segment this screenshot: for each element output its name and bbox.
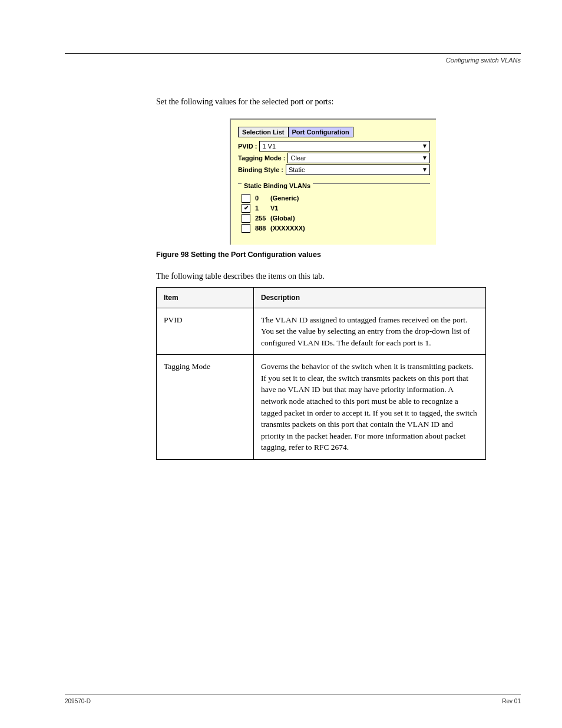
vlan-name-0: (Generic) xyxy=(270,195,299,202)
vlan-checkbox-1[interactable]: ✔ xyxy=(242,204,250,213)
footer-right: Rev 01 xyxy=(502,698,521,704)
vlan-checkbox-2[interactable] xyxy=(242,214,250,223)
table-intro: The following table describes the items … xyxy=(156,272,521,281)
vlan-row-2: 255 (Global) xyxy=(242,214,427,223)
tab-selection-list[interactable]: Selection List xyxy=(238,127,289,137)
tagging-mode-select[interactable]: Clear ▼ xyxy=(287,153,430,163)
pvid-label: PVID : xyxy=(238,143,257,150)
static-binding-title: Static Binding VLANs xyxy=(242,182,313,189)
cell-item-1: Tagging Mode xyxy=(157,355,254,460)
tab-port-configuration[interactable]: Port Configuration xyxy=(289,127,353,137)
pvid-select[interactable]: 1 V1 ▼ xyxy=(259,141,430,151)
pvid-value: 1 V1 xyxy=(262,143,276,150)
chevron-down-icon: ▼ xyxy=(420,153,429,163)
tagging-mode-value: Clear xyxy=(290,154,306,162)
binding-style-label: Binding Style : xyxy=(238,166,283,173)
tab-bar: Selection List Port Configuration xyxy=(238,127,430,137)
vlan-name-1: V1 xyxy=(270,205,278,212)
vlan-checkbox-3[interactable] xyxy=(242,224,250,233)
footer-left: 209570-D xyxy=(65,698,91,704)
vlan-id-2: 255 xyxy=(255,215,270,222)
binding-style-value: Static xyxy=(289,166,305,173)
page-footer: 209570-D Rev 01 xyxy=(65,694,521,704)
footer-rule xyxy=(65,694,521,694)
figure-caption: Figure 98 Setting the Port Configuration… xyxy=(156,251,521,259)
page-header: Configuring switch VLANs xyxy=(65,53,521,64)
chevron-down-icon: ▼ xyxy=(420,141,429,151)
pvid-row: PVID : 1 V1 ▼ xyxy=(238,141,430,151)
figure: Selection List Port Configuration PVID :… xyxy=(230,118,521,245)
tagging-mode-label: Tagging Mode : xyxy=(238,154,285,162)
tagging-mode-row: Tagging Mode : Clear ▼ xyxy=(238,153,430,163)
col-item: Item xyxy=(157,287,254,308)
page: Configuring switch VLANs Set the followi… xyxy=(0,0,562,728)
col-description: Description xyxy=(254,287,486,308)
binding-style-select[interactable]: Static ▼ xyxy=(286,164,430,175)
static-binding-group: Static Binding VLANs 0 (Generic) ✔ 1 V1 … xyxy=(238,180,430,236)
cell-item-0: PVID xyxy=(157,308,254,355)
vlan-row-1: ✔ 1 V1 xyxy=(242,204,427,213)
table-row: PVID The VLAN ID assigned to untagged fr… xyxy=(157,308,486,355)
vlan-id-3: 888 xyxy=(255,225,270,232)
vlan-id-0: 0 xyxy=(255,195,270,202)
vlan-row-3: 888 (XXXXXXX) xyxy=(242,224,427,233)
vlan-id-1: 1 xyxy=(255,205,270,212)
chevron-down-icon: ▼ xyxy=(420,165,429,174)
header-right-text: Configuring switch VLANs xyxy=(65,57,521,64)
binding-style-row: Binding Style : Static ▼ xyxy=(238,164,430,175)
header-rule xyxy=(65,53,521,54)
vlan-row-0: 0 (Generic) xyxy=(242,194,427,203)
cell-desc-1: Governs the behavior of the switch when … xyxy=(254,355,486,460)
vlan-name-3: (XXXXXXX) xyxy=(270,225,305,232)
vlan-name-2: (Global) xyxy=(270,215,295,222)
intro-paragraph: Set the following values for the selecte… xyxy=(156,96,486,108)
vlan-checkbox-0[interactable] xyxy=(242,194,250,203)
table-header-row: Item Description xyxy=(157,287,486,308)
port-config-panel: Selection List Port Configuration PVID :… xyxy=(230,118,436,245)
description-table: Item Description PVID The VLAN ID assign… xyxy=(156,287,486,460)
cell-desc-0: The VLAN ID assigned to untagged frames … xyxy=(254,308,486,355)
table-row: Tagging Mode Governs the behavior of the… xyxy=(157,355,486,460)
